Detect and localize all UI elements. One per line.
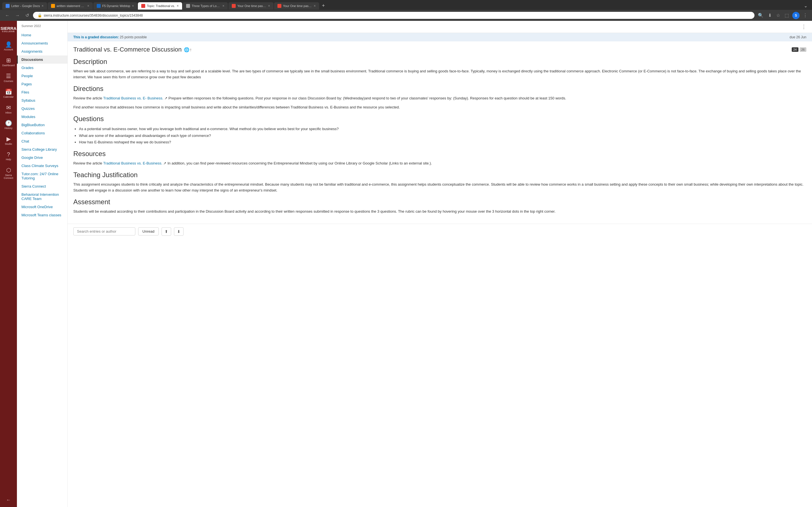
tab-close-icon[interactable]: × bbox=[222, 4, 224, 8]
browser-chrome: Letter - Google Docs × written statement… bbox=[0, 0, 812, 21]
rail-label: Dashboard bbox=[2, 64, 15, 67]
tab-favicon bbox=[277, 4, 282, 8]
search-icon-btn[interactable]: 🔍 bbox=[757, 11, 765, 19]
rail-item-dashboard[interactable]: ⊞ Dashboard bbox=[1, 55, 16, 69]
sidebar-item-files[interactable]: Files bbox=[17, 88, 67, 96]
sidebar-item-home[interactable]: Home bbox=[17, 31, 67, 39]
new-tab-button[interactable]: + bbox=[320, 2, 327, 10]
tab-title: Your One time passc... bbox=[238, 4, 266, 8]
history-icon: 🕐 bbox=[5, 120, 12, 126]
tab-gmail2[interactable]: Your One time passc... × bbox=[274, 2, 319, 10]
sidebar-item-quizzes[interactable]: Quizzes bbox=[17, 105, 67, 113]
sidebar-item-sierra-library[interactable]: Sierra College Library bbox=[17, 145, 67, 154]
help-icon: ? bbox=[7, 151, 10, 158]
sidebar-item-grades[interactable]: Grades bbox=[17, 64, 67, 72]
assessment-heading: Assessment bbox=[73, 198, 806, 206]
teaching-heading: Teaching Justification bbox=[73, 171, 806, 179]
sidebar-item-bigbluebutton[interactable]: BigBlueButton bbox=[17, 121, 67, 129]
back-button[interactable]: ← bbox=[3, 12, 11, 19]
profile-avatar[interactable]: S bbox=[792, 12, 800, 19]
sidebar-item-syllabus[interactable]: Syllabus bbox=[17, 96, 67, 105]
unread-button[interactable]: Unread bbox=[138, 227, 159, 235]
rail-item-account[interactable]: 👤 Account bbox=[1, 39, 16, 54]
tab-close-icon[interactable]: × bbox=[87, 4, 89, 8]
tab-close-icon[interactable]: × bbox=[42, 4, 44, 8]
sidebar-item-onedrive[interactable]: Microsoft OneDrive bbox=[17, 203, 67, 211]
discussion-title-text: Traditional vs. E-Commerce Discussion bbox=[73, 46, 182, 53]
sidebar-item-people[interactable]: People bbox=[17, 72, 67, 80]
browser-icons: 🔍 ⬇ ☆ ⬚ S ⋮ bbox=[757, 11, 809, 19]
sierra-logo: SIERRA COLLEGE bbox=[2, 23, 15, 36]
rail-item-courses[interactable]: ☰ Courses bbox=[1, 70, 16, 85]
assessment-text: Students will be evaluated according to … bbox=[73, 209, 806, 215]
questions-heading: Questions bbox=[73, 115, 806, 123]
directions-link1[interactable]: Traditional Business vs. E- Business. bbox=[103, 96, 163, 100]
directions-text: Review the article Traditional Business … bbox=[73, 96, 806, 101]
tab-close-icon[interactable]: × bbox=[268, 4, 270, 8]
sidebar-item-discussions[interactable]: Discussions bbox=[17, 55, 67, 64]
forward-button[interactable]: → bbox=[13, 12, 21, 19]
profile-switch-btn[interactable]: ⬚ bbox=[783, 11, 790, 19]
tab-close-icon[interactable]: × bbox=[314, 4, 316, 8]
sidebar-item-behavioral[interactable]: Behavioral Intervention CARE Team bbox=[17, 190, 67, 203]
resources-link[interactable]: Traditional Business vs. E-Business. bbox=[103, 161, 162, 165]
download-icon-btn[interactable]: ⬇ bbox=[767, 11, 773, 19]
menu-button[interactable]: ⋮ bbox=[802, 11, 809, 19]
tab-close-icon[interactable]: × bbox=[177, 4, 179, 8]
badge-dark: 24 bbox=[792, 47, 799, 52]
tab-gmail1[interactable]: Your One time passc... × bbox=[229, 2, 273, 10]
description-text: When we talk about commerce, we are refe… bbox=[73, 68, 806, 80]
graded-text: This is a graded discussion: 25 points p… bbox=[73, 35, 147, 39]
tab-bar: Letter - Google Docs × written statement… bbox=[0, 0, 812, 10]
sidebar-item-modules[interactable]: Modules bbox=[17, 113, 67, 121]
sidebar-nav: Home Announcements Assignments Discussio… bbox=[17, 31, 67, 219]
directions-heading: Directions bbox=[73, 85, 806, 93]
rail-item-collapse[interactable]: ← bbox=[1, 495, 16, 505]
tab-title: Three Types of Locat... bbox=[192, 4, 221, 8]
rail-label: Courses bbox=[4, 80, 13, 83]
kebab-menu-button[interactable]: ⋮ bbox=[800, 22, 808, 31]
tab-close-icon[interactable]: × bbox=[132, 4, 134, 8]
account-icon: 👤 bbox=[5, 41, 12, 48]
rail-item-sierraconnect[interactable]: ⬡ Sierra Connect bbox=[1, 165, 16, 182]
tab-google-docs[interactable]: Letter - Google Docs × bbox=[2, 2, 47, 10]
courses-icon: ☰ bbox=[6, 73, 11, 79]
address-bar[interactable]: 🔒 sierra.instructure.com/courses/354836/… bbox=[33, 12, 755, 19]
rail-item-help[interactable]: ? Help bbox=[1, 149, 16, 163]
sidebar-item-announcements[interactable]: Announcements bbox=[17, 39, 67, 47]
collapse-icon: ⬇ bbox=[177, 229, 181, 234]
reload-button[interactable]: ↺ bbox=[24, 11, 31, 19]
expand-icon: ⬆ bbox=[165, 229, 168, 234]
sidebar-item-tutor[interactable]: Tutor.com: 24/7 Online Tutoring bbox=[17, 170, 67, 182]
sidebar-item-class-climate[interactable]: Class Climate Surveys bbox=[17, 162, 67, 170]
directions-text2: Find another resource that addresses how… bbox=[73, 105, 806, 110]
sidebar-item-sierra-connect[interactable]: Sierra Connect bbox=[17, 182, 67, 190]
expand-button[interactable]: ⬆ bbox=[161, 227, 171, 236]
sidebar-item-teams[interactable]: Microsoft Teams classes bbox=[17, 211, 67, 219]
rail-label: History bbox=[4, 127, 12, 130]
collapse-button[interactable]: ⬇ bbox=[174, 227, 184, 236]
graded-banner: This is a graded discussion: 25 points p… bbox=[68, 33, 812, 41]
left-rail: SIERRA COLLEGE 👤 Account ⊞ Dashboard ☰ C… bbox=[0, 21, 17, 507]
rail-item-studio[interactable]: ▶ Studio bbox=[1, 133, 16, 148]
sidebar-item-pages[interactable]: Pages bbox=[17, 80, 67, 88]
sidebar-item-assignments[interactable]: Assignments bbox=[17, 47, 67, 55]
rail-item-history[interactable]: 🕐 History bbox=[1, 117, 16, 132]
sidebar-semester: Summer 2022 bbox=[17, 21, 67, 31]
sidebar-item-chat[interactable]: Chat bbox=[17, 137, 67, 145]
bookmark-icon-btn[interactable]: ☆ bbox=[775, 11, 781, 19]
tab-canvas-active[interactable]: Topic: Traditional vs. × bbox=[138, 2, 182, 10]
rail-label: Inbox bbox=[5, 112, 11, 114]
tab-written[interactable]: written statement ab... × bbox=[48, 2, 93, 10]
question-1: As a potential small business owner, how… bbox=[79, 126, 806, 132]
sidebar-item-google-drive[interactable]: Google Drive bbox=[17, 154, 67, 162]
rail-item-inbox[interactable]: ✉ Inbox bbox=[1, 102, 16, 117]
sidebar-item-collaborations[interactable]: Collaborations bbox=[17, 129, 67, 137]
tab-f5[interactable]: F5 Dynamic Webtop × bbox=[93, 2, 137, 10]
tab-locati[interactable]: Three Types of Locat... × bbox=[183, 2, 228, 10]
tab-overflow-button[interactable]: ⌄ bbox=[802, 2, 810, 10]
rail-item-calendar[interactable]: 📅 Calendar bbox=[1, 86, 16, 101]
sierraconnect-icon: ⬡ bbox=[6, 167, 11, 173]
search-input[interactable] bbox=[73, 227, 135, 235]
rail-item-inbox-wrap: ✉ Inbox bbox=[1, 102, 16, 117]
